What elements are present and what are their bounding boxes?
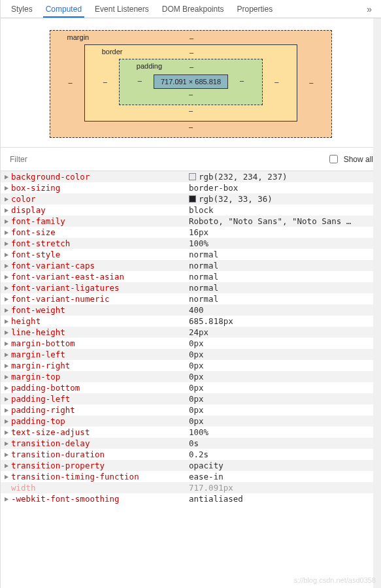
- property-row[interactable]: ▶transition-duration0.2s: [1, 449, 381, 460]
- property-row[interactable]: ▶margin-left0px: [1, 349, 381, 360]
- show-all-toggle[interactable]: Show all: [327, 153, 373, 165]
- disclosure-triangle-icon[interactable]: ▶: [3, 339, 10, 347]
- property-row[interactable]: ▶text-size-adjust100%: [1, 427, 381, 438]
- disclosure-triangle-icon[interactable]: ▶: [3, 250, 10, 258]
- disclosure-triangle-icon[interactable]: ▶: [3, 272, 10, 280]
- property-value: 0px: [189, 361, 204, 370]
- disclosure-triangle-icon[interactable]: ▶: [3, 395, 10, 402]
- property-row[interactable]: ▶transition-timing-functionease-in: [1, 471, 381, 482]
- box-model-margin-top[interactable]: –: [150, 34, 233, 42]
- disclosure-triangle-icon[interactable]: ▶: [3, 206, 10, 214]
- filter-input[interactable]: [8, 154, 327, 165]
- disclosure-triangle-icon[interactable]: ▶: [3, 172, 10, 180]
- property-value-text: 685.818px: [189, 316, 233, 326]
- property-value-text: normal: [189, 272, 218, 282]
- disclosure-triangle-icon[interactable]: ▶: [3, 317, 10, 325]
- box-model-border-top[interactable]: –: [161, 48, 222, 56]
- property-row[interactable]: ▶font-stylenormal: [1, 249, 381, 260]
- property-row[interactable]: ▶font-weight400: [1, 304, 381, 316]
- property-row[interactable]: ▶font-variant-ligaturesnormal: [1, 282, 381, 293]
- color-swatch[interactable]: [189, 195, 196, 203]
- box-model-margin-right[interactable]: –: [306, 78, 316, 86]
- property-row[interactable]: ▶colorrgb(32, 33, 36): [1, 193, 381, 204]
- disclosure-triangle-icon[interactable]: ▶: [3, 184, 10, 191]
- box-model-border-left[interactable]: –: [101, 78, 110, 86]
- property-row[interactable]: ▶padding-bottom0px: [1, 382, 381, 393]
- box-model-padding[interactable]: padding – – 717.091 × 685.818 – –: [119, 59, 263, 105]
- tab-styles[interactable]: Styles: [5, 1, 39, 17]
- disclosure-triangle-icon[interactable]: ▶: [3, 295, 10, 302]
- disclosure-triangle-icon[interactable]: ▶: [3, 195, 10, 203]
- property-row[interactable]: ▶font-variant-numericnormal: [1, 293, 381, 304]
- disclosure-triangle-icon[interactable]: ▶: [3, 217, 10, 225]
- property-row[interactable]: ▶line-height24px: [1, 327, 381, 338]
- property-row[interactable]: ▶font-variant-capsnormal: [1, 260, 381, 271]
- disclosure-triangle-icon[interactable]: ▶: [3, 428, 10, 436]
- property-row[interactable]: ▶margin-bottom0px: [1, 338, 381, 349]
- property-row[interactable]: ▶height685.818px: [1, 316, 381, 327]
- box-model-content-size[interactable]: 717.091 × 685.818: [154, 74, 228, 89]
- box-model-margin[interactable]: margin – – border – –: [50, 30, 333, 138]
- property-value: 685.818px: [189, 316, 233, 326]
- property-row[interactable]: ▶transition-propertyopacity: [1, 460, 381, 471]
- disclosure-triangle-icon[interactable]: ▶: [3, 450, 10, 458]
- disclosure-triangle-icon[interactable]: ▶: [3, 384, 10, 391]
- more-tabs-button[interactable]: »: [361, 1, 377, 17]
- tab-computed[interactable]: Computed: [39, 1, 88, 17]
- box-model-margin-left[interactable]: –: [66, 78, 75, 86]
- tab-dom-breakpoints[interactable]: DOM Breakpoints: [156, 1, 231, 17]
- property-row[interactable]: ▶padding-top0px: [1, 416, 381, 427]
- disclosure-triangle-icon[interactable]: ▶: [3, 417, 10, 425]
- property-row[interactable]: ▶margin-right0px: [1, 360, 381, 371]
- property-name: padding-left: [11, 394, 189, 404]
- box-model-border-bottom[interactable]: –: [101, 106, 282, 114]
- property-row[interactable]: ▶-webkit-font-smoothingantialiased: [1, 493, 381, 504]
- disclosure-triangle-icon[interactable]: ▶: [3, 495, 10, 502]
- show-all-checkbox[interactable]: [329, 155, 338, 163]
- box-model-padding-bottom[interactable]: –: [135, 90, 246, 98]
- box-model-border-right[interactable]: –: [272, 78, 281, 86]
- disclosure-triangle-icon[interactable]: ▶: [3, 372, 10, 380]
- property-row[interactable]: width717.091px: [1, 482, 381, 493]
- property-row[interactable]: ▶font-familyRoboto, "Noto Sans", "Noto S…: [1, 216, 381, 227]
- property-row[interactable]: ▶background-colorrgb(232, 234, 237): [1, 171, 381, 182]
- disclosure-triangle-icon[interactable]: ▶: [3, 472, 10, 480]
- disclosure-triangle-icon[interactable]: ▶: [3, 228, 10, 236]
- box-model-border[interactable]: border – – padding –: [84, 44, 298, 122]
- property-row[interactable]: ▶font-variant-east-asiannormal: [1, 271, 381, 282]
- disclosure-triangle-icon[interactable]: ▶: [3, 306, 10, 314]
- box-model-padding-top[interactable]: –: [173, 63, 210, 71]
- scrollbar[interactable]: [373, 18, 381, 588]
- disclosure-triangle-icon[interactable]: ▶: [3, 361, 10, 369]
- property-row[interactable]: ▶margin-top0px: [1, 371, 381, 382]
- property-name: line-height: [11, 327, 189, 337]
- property-row[interactable]: ▶font-size16px: [1, 227, 381, 238]
- property-name: font-weight: [11, 305, 189, 315]
- tab-properties[interactable]: Properties: [230, 1, 279, 17]
- property-value-text: 0px: [189, 372, 204, 382]
- color-swatch[interactable]: [189, 173, 196, 180]
- disclosure-triangle-icon[interactable]: ▶: [3, 239, 10, 247]
- box-model-diagram[interactable]: margin – – border – –: [1, 18, 381, 147]
- disclosure-triangle-icon[interactable]: ▶: [3, 350, 10, 358]
- property-name: height: [11, 316, 189, 326]
- disclosure-triangle-icon[interactable]: ▶: [3, 406, 10, 414]
- property-row[interactable]: ▶displayblock: [1, 204, 381, 216]
- box-model-padding-right[interactable]: –: [237, 76, 246, 84]
- property-row[interactable]: ▶transition-delay0s: [1, 438, 381, 449]
- disclosure-triangle-icon[interactable]: ▶: [3, 439, 10, 447]
- property-row[interactable]: ▶padding-right0px: [1, 404, 381, 416]
- property-row[interactable]: ▶box-sizingborder-box: [1, 182, 381, 193]
- property-value: Roboto, "Noto Sans", "Noto Sans …: [189, 216, 351, 226]
- box-model-margin-bottom[interactable]: –: [66, 123, 316, 131]
- tab-event-listeners[interactable]: Event Listeners: [88, 1, 156, 17]
- disclosure-triangle-icon[interactable]: ▶: [3, 461, 10, 469]
- computed-properties-list[interactable]: ▶background-colorrgb(232, 234, 237)▶box-…: [1, 171, 381, 504]
- disclosure-triangle-icon[interactable]: ▶: [3, 284, 10, 291]
- property-name: font-variant-caps: [11, 261, 189, 270]
- property-row[interactable]: ▶padding-left0px: [1, 393, 381, 404]
- disclosure-triangle-icon[interactable]: ▶: [3, 261, 10, 269]
- property-row[interactable]: ▶font-stretch100%: [1, 238, 381, 249]
- disclosure-triangle-icon[interactable]: ▶: [3, 328, 10, 336]
- box-model-padding-left[interactable]: –: [135, 76, 144, 84]
